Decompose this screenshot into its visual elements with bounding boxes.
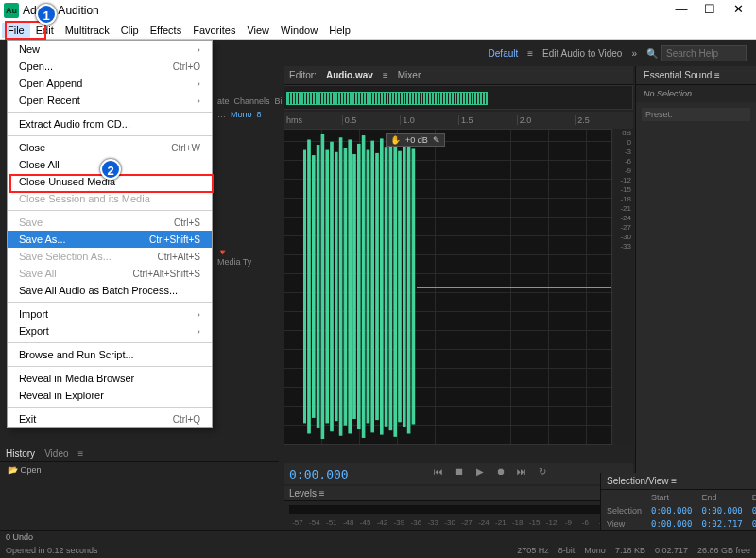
submenu-arrow-icon: › xyxy=(197,78,200,89)
svg-rect-5 xyxy=(326,150,328,423)
panel-menu-icon[interactable]: ≡ xyxy=(319,488,325,498)
menu-item-browse-script[interactable]: Browse and Run Script... xyxy=(8,346,212,363)
workspace-edit-av[interactable]: Edit Audio to Video xyxy=(542,48,622,59)
status-duration: 0:02.717 xyxy=(655,546,688,555)
waveform-display[interactable] xyxy=(284,129,612,445)
menu-item-reveal-media[interactable]: Reveal in Media Browser xyxy=(8,370,212,387)
menu-multitrack[interactable]: Multitrack xyxy=(60,23,115,38)
svg-rect-21 xyxy=(399,151,401,422)
annotation-marker-1: 1 xyxy=(36,4,57,25)
transport-prev-button[interactable]: ⏮ xyxy=(431,466,446,481)
menu-window[interactable]: Window xyxy=(275,23,323,38)
editor-filename[interactable]: Audio.wav xyxy=(326,70,373,80)
db-scale: dB0-3-6-9-12-15-18-21-24-27-30-33 xyxy=(614,129,633,445)
workspace-menu-icon[interactable]: ≡ xyxy=(527,48,533,59)
panel-menu-icon[interactable]: ≡ xyxy=(671,476,677,486)
svg-rect-13 xyxy=(362,136,364,438)
video-tab[interactable]: Video xyxy=(44,448,68,459)
svg-rect-18 xyxy=(385,148,387,426)
status-sample-rate: 2705 Hz xyxy=(517,546,549,555)
svg-rect-2 xyxy=(313,156,315,418)
submenu-arrow-icon: › xyxy=(197,308,200,320)
transport-next-button[interactable]: ⏭ xyxy=(514,466,529,481)
svg-rect-23 xyxy=(407,140,409,433)
menu-item-new[interactable]: New› xyxy=(8,41,212,58)
ruler-tick: 1.0 xyxy=(400,115,458,125)
minimize-button[interactable]: — xyxy=(667,0,696,21)
menu-item-save-as[interactable]: Save As...Ctrl+Shift+S xyxy=(8,231,212,248)
titlebar: Au Adobe Audition — ☐ ✕ xyxy=(0,0,756,21)
menu-item-extract-cd[interactable]: Extract Audio from CD... xyxy=(8,115,212,132)
media-type-label: Media Ty xyxy=(217,257,251,267)
menu-item-export[interactable]: Export› xyxy=(8,323,212,340)
editor-menu-icon[interactable]: ≡ xyxy=(383,70,388,80)
workspace-default[interactable]: Default xyxy=(489,48,519,59)
ruler-tick: 1.5 xyxy=(458,115,517,125)
selection-view-panel: Selection/View ≡ StartEndDuration Select… xyxy=(600,473,756,530)
app-title: Adobe Audition xyxy=(23,4,99,17)
menu-item-exit[interactable]: ExitCtrl+Q xyxy=(8,410,212,427)
menu-item-save: SaveCtrl+S xyxy=(8,214,212,231)
menu-item-save-batch[interactable]: Save All Audio as Batch Process... xyxy=(8,282,212,299)
app-icon: Au xyxy=(4,3,19,18)
hud-toolbar: ✋ +0 dB ✎ xyxy=(386,133,445,147)
history-tab[interactable]: History xyxy=(6,448,35,459)
transport-record-button[interactable]: ⏺ xyxy=(493,466,508,481)
menu-item-close[interactable]: CloseCtrl+W xyxy=(8,139,212,156)
transport-stop-button[interactable]: ⏹ xyxy=(452,466,467,481)
volume-readout[interactable]: +0 dB xyxy=(405,135,428,145)
preset-dropdown[interactable]: Preset: xyxy=(642,108,750,121)
annotation-marker-2: 2 xyxy=(100,159,121,180)
svg-rect-14 xyxy=(367,150,369,423)
workspace-bar: Default ≡ Edit Audio to Video » 🔍 xyxy=(217,40,756,66)
ruler-tick: 0.5 xyxy=(342,115,401,125)
menu-item-reveal-explorer[interactable]: Reveal in Explorer xyxy=(8,387,212,404)
menu-effects[interactable]: Effects xyxy=(145,23,187,38)
menu-help[interactable]: Help xyxy=(323,23,356,38)
svg-rect-3 xyxy=(317,146,318,428)
hand-tool-icon[interactable]: ✋ xyxy=(390,135,401,145)
menu-file[interactable]: File xyxy=(2,23,30,38)
filter-icon[interactable]: 🔻 xyxy=(217,248,228,257)
menu-item-open[interactable]: Open...Ctrl+O xyxy=(8,58,212,75)
ruler-tick: 2.5 xyxy=(575,115,633,125)
close-button[interactable]: ✕ xyxy=(724,0,752,21)
media-types: 🔻 Media Ty xyxy=(217,248,251,267)
menu-clip[interactable]: Clip xyxy=(115,23,145,38)
panel-menu-icon[interactable]: ≡ xyxy=(714,70,720,80)
menu-item-open-recent[interactable]: Open Recent› xyxy=(8,92,212,109)
levels-panel: Levels ≡ -57-54-51-48-45-42-39-36-33-30-… xyxy=(284,486,633,530)
edit-tool-icon[interactable]: ✎ xyxy=(433,135,440,145)
menu-view[interactable]: View xyxy=(241,23,275,38)
transport-play-button[interactable]: ▶ xyxy=(472,466,488,481)
svg-rect-17 xyxy=(381,139,383,434)
workspace-more[interactable]: » xyxy=(631,48,637,59)
overview-waveform[interactable] xyxy=(284,85,633,110)
menu-item-open-append[interactable]: Open Append› xyxy=(8,75,212,92)
svg-rect-24 xyxy=(412,149,414,424)
svg-rect-12 xyxy=(358,144,360,428)
transport-bar: 0:00.000 ⏮ ⏹ ▶ ⏺ ⏭ ↻ xyxy=(284,463,633,484)
file-menu-dropdown: New› Open...Ctrl+O Open Append› Open Rec… xyxy=(7,40,213,428)
mixer-tab[interactable]: Mixer xyxy=(398,70,421,80)
menu-item-import[interactable]: Import› xyxy=(8,305,212,323)
status-opened: Opened in 0.12 seconds xyxy=(6,546,98,555)
menu-favorites[interactable]: Favorites xyxy=(187,23,241,38)
history-item-open[interactable]: Open xyxy=(21,465,42,475)
submenu-arrow-icon: › xyxy=(197,95,200,106)
menu-item-save-selection: Save Selection As...Ctrl+Alt+S xyxy=(8,248,212,265)
search-help-input[interactable] xyxy=(662,45,747,61)
svg-rect-9 xyxy=(344,148,346,425)
panel-menu-icon[interactable]: ≡ xyxy=(78,448,84,459)
editor-label: Editor: xyxy=(289,70,317,80)
svg-rect-11 xyxy=(353,155,355,419)
maximize-button[interactable]: ☐ xyxy=(696,0,724,21)
levels-title: Levels xyxy=(289,488,317,498)
menubar: File Edit Multitrack Clip Effects Favori… xyxy=(0,21,756,40)
time-ruler[interactable]: hms 0.5 1.0 1.5 2.0 2.5 xyxy=(284,112,633,129)
editor-panel-header: Editor: Audio.wav ≡ Mixer xyxy=(284,66,633,85)
svg-rect-4 xyxy=(321,135,323,439)
status-channels: Mono xyxy=(584,546,606,555)
playhead-time[interactable]: 0:00.000 xyxy=(289,467,349,481)
transport-loop-button[interactable]: ↻ xyxy=(535,466,550,481)
